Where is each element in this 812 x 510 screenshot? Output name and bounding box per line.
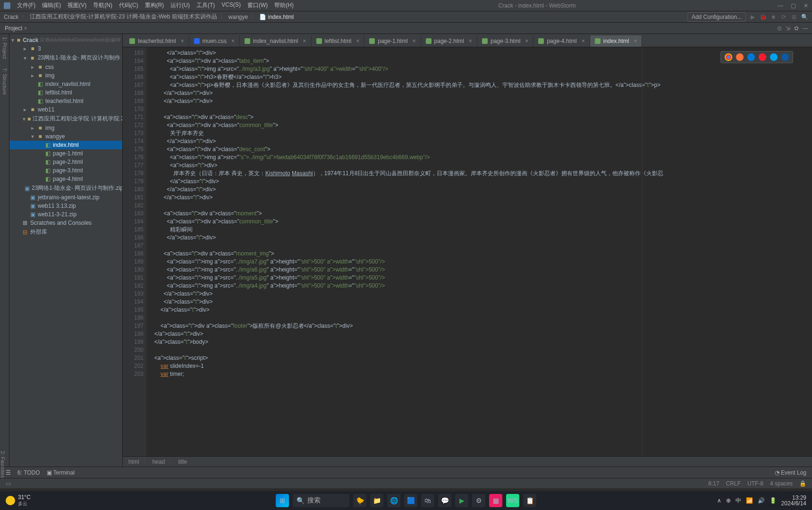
editor-tab[interactable]: page-2.html×	[421, 35, 477, 47]
debug-icon[interactable]: 🐞	[759, 13, 767, 21]
minimize-button[interactable]: —	[778, 2, 783, 9]
line-separator[interactable]: CRLF	[726, 480, 741, 487]
start-button[interactable]: ⊞	[276, 494, 289, 507]
tree-item[interactable]: ◧teacherlist.html	[9, 97, 122, 105]
tree-item[interactable]: ◧leftlist.html	[9, 88, 122, 97]
lock-icon[interactable]: 🔒	[799, 480, 806, 487]
tree-item[interactable]: ▸■img	[9, 71, 122, 80]
taskbar-wechat[interactable]: 💬	[438, 494, 451, 507]
taskbar-app-1[interactable]: 🐤	[353, 494, 366, 507]
edge-icon[interactable]	[781, 53, 789, 61]
terminal-tool[interactable]: ▣ Terminal	[47, 469, 75, 476]
tree-item[interactable]: ▣23网络1-陆永金- 网页设计与制作.zip	[9, 183, 122, 193]
editor-breadcrumb-item[interactable]: head	[152, 459, 165, 465]
taskbar-steam[interactable]: ⚙	[472, 494, 485, 507]
tree-item[interactable]: ◧page-2.html	[9, 158, 122, 166]
editor-tab[interactable]: leftlist.html×	[312, 35, 365, 47]
caret-position[interactable]: 8:17	[708, 480, 719, 487]
editor-tab[interactable]: page-1.html×	[364, 35, 421, 47]
taskbar-edge[interactable]: 🌐	[387, 494, 400, 507]
menu-item[interactable]: 窗口(W)	[245, 0, 271, 10]
menu-item[interactable]: 代码(C)	[116, 0, 141, 10]
tray-icon[interactable]: 🔋	[770, 497, 777, 504]
editor-tab[interactable]: teacherlist.html×	[125, 35, 189, 47]
taskbar-edge2[interactable]: 🟦	[404, 494, 417, 507]
tree-root[interactable]: ▾■Crack D:\BaiduNetdiskDownload\web新编\W	[9, 36, 122, 44]
menu-item[interactable]: 帮助(H)	[271, 0, 296, 10]
update-icon[interactable]: ⟳	[780, 13, 787, 21]
chevron-down-icon[interactable]: ▾	[24, 25, 27, 32]
breadcrumb[interactable]: Crack〉江西应用工程职业学院-计算机学院-23 计网-陆永金-Web 前端技…	[4, 13, 294, 21]
taskbar-app-3[interactable]: 📋	[523, 494, 536, 507]
tree-item[interactable]: ▾■江西应用工程职业学院 计算机学院 23 计网	[9, 114, 122, 124]
search-box[interactable]: 🔍 搜索	[293, 494, 349, 507]
tray-icon[interactable]: ⊕	[726, 497, 731, 504]
menu-item[interactable]: 导航(N)	[90, 0, 115, 10]
run-icon[interactable]: ▶	[749, 13, 756, 21]
tree-item[interactable]: ◧page-3.html	[9, 166, 122, 175]
tree-item[interactable]: ⊟外部库	[9, 227, 122, 237]
menu-item[interactable]: 重构(R)	[142, 0, 167, 10]
breadcrumb-item[interactable]: Crack	[4, 14, 18, 20]
tray-icon[interactable]: ∧	[717, 497, 721, 504]
editor-tab[interactable]: page-3.html×	[477, 35, 533, 47]
close-button[interactable]: ✕	[804, 2, 808, 9]
breadcrumb-item[interactable]: 江西应用工程职业学院-计算机学院-23 计网-陆永金-Web 前端技术实训作品	[30, 13, 217, 21]
stop-icon[interactable]: ■	[770, 13, 777, 21]
project-panel-title[interactable]: Project	[5, 25, 22, 32]
editor-breadcrumb-item[interactable]: title	[178, 459, 187, 465]
tool-structure[interactable]: 7: Structure	[2, 68, 8, 95]
code-editor[interactable]: </a">class="t">div> <a">class="t">div a"…	[146, 47, 812, 456]
taskbar-webstorm[interactable]: WS	[506, 494, 519, 507]
menu-item[interactable]: VCS(S)	[219, 0, 244, 10]
editor-breadcrumb[interactable]: html〉head〉title	[123, 456, 812, 467]
menu-item[interactable]: 视图(V)	[65, 0, 89, 10]
tree-item[interactable]: ▾■wangye	[9, 132, 122, 141]
locate-icon[interactable]: ⊙	[777, 25, 782, 32]
taskbar-store[interactable]: 🛍	[421, 494, 434, 507]
chrome-icon[interactable]	[725, 53, 732, 61]
tree-item[interactable]: ▣jetbrains-agent-latest.zip	[9, 193, 122, 202]
collapse-icon[interactable]: —	[803, 25, 808, 32]
breadcrumb-item[interactable]: 📄 index.html	[259, 14, 294, 20]
ie-icon[interactable]	[770, 53, 778, 61]
tree-item[interactable]: ◧page-1.html	[9, 149, 122, 158]
tree-item[interactable]: ▾■23网络1-陆永金- 网页设计与制作	[9, 53, 122, 63]
editor-breadcrumb-item[interactable]: html	[128, 459, 139, 465]
editor-tab[interactable]: page-4.html×	[533, 35, 590, 47]
tray-icon[interactable]: 中	[736, 497, 741, 505]
taskbar-explorer[interactable]: 📁	[370, 494, 383, 507]
taskbar-play[interactable]: ▶	[455, 494, 468, 507]
tree-item[interactable]: ⊞Scratches and Consoles	[9, 219, 122, 227]
tool-project[interactable]: 1: Project	[2, 37, 8, 59]
tree-item[interactable]: ◧index_navlist.html	[9, 80, 122, 88]
tree-item[interactable]: ▸■web11	[9, 105, 122, 114]
menu-item[interactable]: 编辑(E)	[39, 0, 64, 10]
tree-item[interactable]: ▸■3	[9, 44, 122, 53]
search-icon[interactable]: 🔍	[801, 13, 808, 21]
tree-item[interactable]: ▣web11-3-21.zip	[9, 210, 122, 219]
expand-icon[interactable]: ⇲	[786, 25, 790, 32]
tree-item[interactable]: ▣web11 3.13.zip	[9, 202, 122, 210]
editor-tab[interactable]: muen.css×	[189, 35, 240, 47]
editor-tab[interactable]: index.html×	[590, 35, 643, 47]
system-tray[interactable]: ∧⊕中📶🔊🔋 13:29 2024/6/14	[717, 495, 806, 506]
breadcrumb-item[interactable]: wangye	[228, 14, 248, 20]
maximize-button[interactable]: ▢	[791, 2, 796, 9]
add-configuration-button[interactable]: Add Configuration...	[687, 12, 746, 22]
tray-icon[interactable]: 📶	[746, 497, 753, 504]
tree-item[interactable]: ◧index.html	[9, 141, 122, 149]
taskbar-clock[interactable]: 13:29 2024/6/14	[781, 495, 806, 506]
indent-setting[interactable]: 4 spaces	[770, 480, 793, 487]
todo-tool[interactable]: 6: TODO	[17, 469, 40, 476]
tree-item[interactable]: ▸■img	[9, 124, 122, 132]
gear-icon[interactable]: ✿	[794, 25, 799, 32]
tree-item[interactable]: ▸■css	[9, 63, 122, 71]
tool-favorites[interactable]: 2: Favorites	[0, 451, 6, 478]
project-sidebar[interactable]: ▾■Crack D:\BaiduNetdiskDownload\web新编\W▸…	[9, 34, 123, 467]
event-log-button[interactable]: ◔ Event Log	[775, 469, 806, 476]
tray-icon[interactable]: 🔊	[758, 497, 765, 504]
menu-item[interactable]: 工具(T)	[194, 0, 218, 10]
opera-icon[interactable]	[759, 53, 766, 61]
tree-item[interactable]: ◧page-4.html	[9, 175, 122, 183]
